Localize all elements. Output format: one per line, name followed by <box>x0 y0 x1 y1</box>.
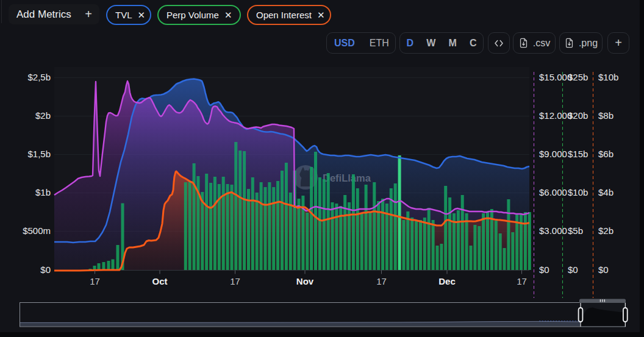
svg-text:$8b: $8b <box>598 110 614 121</box>
svg-text:17: 17 <box>230 276 240 286</box>
svg-text:$6.000: $6.000 <box>539 187 567 197</box>
svg-text:$5b: $5b <box>568 225 583 236</box>
svg-text:$15b: $15b <box>568 149 588 159</box>
svg-text:Nov: Nov <box>296 276 314 286</box>
svg-text:$2b: $2b <box>598 225 614 236</box>
svg-text:$0: $0 <box>40 264 51 275</box>
svg-text:$0: $0 <box>539 264 549 275</box>
svg-text:$500m: $500m <box>23 225 51 236</box>
svg-text:$0: $0 <box>568 264 578 275</box>
svg-text:$1b: $1b <box>35 187 51 197</box>
svg-text:$2b: $2b <box>35 110 51 121</box>
svg-text:$4b: $4b <box>598 187 614 197</box>
svg-text:$10b: $10b <box>568 187 588 197</box>
svg-text:Dec: Dec <box>438 276 456 286</box>
svg-text:$1,5b: $1,5b <box>27 149 51 159</box>
svg-text:$6b: $6b <box>598 149 614 159</box>
svg-text:$2,5b: $2,5b <box>27 72 51 82</box>
svg-text:$20b: $20b <box>568 110 588 121</box>
svg-text:$10b: $10b <box>598 72 618 82</box>
svg-text:17: 17 <box>376 276 387 286</box>
svg-text:DefiLlama: DefiLlama <box>323 172 371 183</box>
svg-text:$0: $0 <box>598 264 609 275</box>
svg-text:17: 17 <box>90 276 100 286</box>
svg-text:$9.000: $9.000 <box>539 149 567 159</box>
svg-text:$25b: $25b <box>568 72 588 82</box>
svg-text:Oct: Oct <box>152 276 167 286</box>
svg-text:17: 17 <box>517 276 527 286</box>
svg-text:$3.000: $3.000 <box>539 225 567 236</box>
